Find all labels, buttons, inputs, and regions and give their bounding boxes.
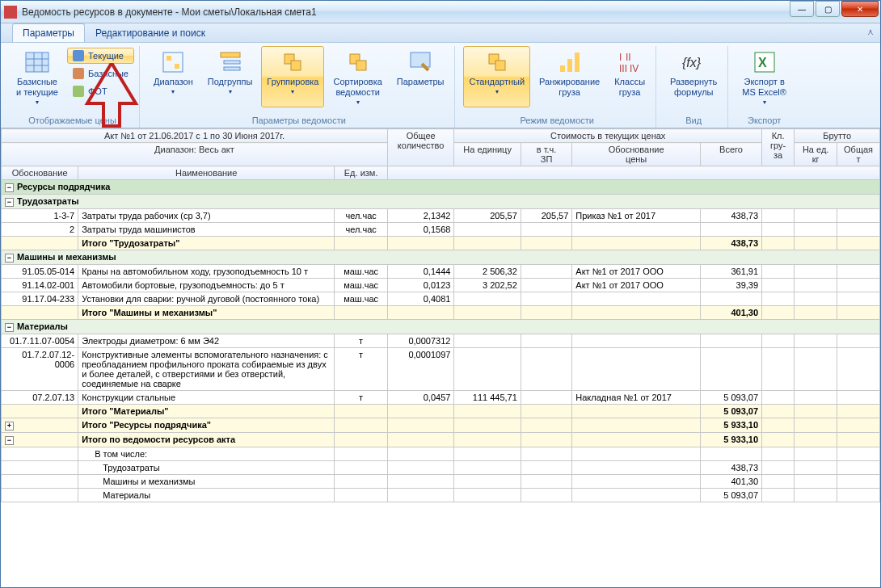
app-window: Ведомость ресурсов в документе - Мои сме… bbox=[0, 0, 881, 588]
collapse-icon[interactable]: − bbox=[5, 183, 14, 192]
act-info: Акт №1 от 21.06.2017 с 1 по 30 Июня 2017… bbox=[2, 129, 388, 143]
table-header: Акт №1 от 21.06.2017 с 1 по 30 Июня 2017… bbox=[2, 129, 880, 180]
opt-base[interactable]: Базисные bbox=[67, 65, 134, 82]
table-row[interactable]: 91.14.02-001Автомобили бортовые, грузопо… bbox=[2, 279, 880, 292]
export-excel-button[interactable]: XЭкспорт вMS Excel®▾ bbox=[736, 46, 792, 107]
square-icon bbox=[73, 86, 84, 97]
wrench-icon bbox=[407, 49, 433, 75]
params-button[interactable]: Параметры bbox=[391, 46, 450, 107]
section-machines[interactable]: −Машины и механизмы bbox=[2, 250, 880, 265]
svg-text:{fx}: {fx} bbox=[682, 56, 702, 69]
classes-button[interactable]: IIIIIIIVКлассыгруза bbox=[609, 46, 651, 107]
table-row[interactable]: 01.7.11.07-0054Электроды диаметром: 6 мм… bbox=[2, 334, 880, 348]
col-basis[interactable]: Обоснованиецены bbox=[572, 143, 701, 166]
collapse-icon[interactable]: − bbox=[5, 198, 14, 207]
expand-icon[interactable]: + bbox=[5, 422, 14, 430]
col-unit[interactable]: Ед. изм. bbox=[335, 166, 388, 180]
collapse-icon[interactable]: − bbox=[5, 254, 14, 262]
table-row[interactable]: 2Затраты труда машинистовчел.час0,1568 bbox=[2, 223, 880, 237]
table-row[interactable]: 01.7.2.07.12-0006Конструктивные элементы… bbox=[2, 348, 880, 391]
grouping-button[interactable]: Группировка▾ bbox=[261, 46, 324, 107]
subgroups-button[interactable]: Подгруппы▾ bbox=[202, 46, 259, 107]
col-unit-price[interactable]: На единицу bbox=[454, 143, 521, 166]
svg-rect-0 bbox=[26, 52, 48, 72]
collapse-icon[interactable]: − bbox=[5, 323, 14, 332]
svg-text:IV: IV bbox=[630, 63, 639, 74]
subtotal-act: −Итого по ведомости ресурсов акта5 933,1… bbox=[2, 433, 880, 447]
group-display-prices: Базисныеи текущие ▾ Текущие Базисные ФОТ… bbox=[6, 46, 140, 128]
tab-params[interactable]: Параметры bbox=[12, 23, 85, 42]
svg-text:I: I bbox=[619, 52, 622, 63]
col-zp[interactable]: в т.ч.ЗП bbox=[521, 143, 571, 166]
chevron-down-icon: ▾ bbox=[495, 88, 499, 95]
chevron-down-icon: ▾ bbox=[291, 88, 294, 95]
including-row: Трудозатраты438,73 bbox=[2, 461, 880, 475]
including-row: Машины и механизмы401,30 bbox=[2, 475, 880, 489]
col-prices-group: Стоимость в текущих ценах bbox=[454, 129, 762, 143]
svg-rect-19 bbox=[567, 59, 572, 72]
group-export: XЭкспорт вMS Excel®▾ Экспорт bbox=[731, 46, 797, 128]
col-name[interactable]: Наименование bbox=[78, 166, 335, 180]
col-qty[interactable]: Общееколичество bbox=[387, 129, 453, 166]
subtotal-contractor: +Итого "Ресурсы подрядчика"5 933,10 bbox=[2, 418, 880, 433]
table-row[interactable]: 07.2.07.13Конструкции стальныет0,0457111… bbox=[2, 391, 880, 405]
svg-text:II: II bbox=[626, 52, 631, 63]
range-icon bbox=[160, 49, 186, 75]
close-button[interactable]: ✕ bbox=[841, 1, 879, 17]
col-code[interactable]: Обоснование bbox=[2, 166, 78, 180]
ribbon-tabs: Параметры Редактирование и поиск ⋏ bbox=[1, 23, 880, 43]
svg-text:X: X bbox=[758, 56, 767, 69]
expand-formulas-button[interactable]: {fx}Развернутьформулы bbox=[664, 46, 723, 107]
svg-rect-7 bbox=[175, 64, 179, 69]
svg-rect-12 bbox=[291, 61, 301, 70]
opt-fot[interactable]: ФОТ bbox=[67, 83, 134, 99]
svg-rect-6 bbox=[167, 56, 171, 61]
col-btot[interactable]: Общаят bbox=[837, 143, 880, 166]
table-row[interactable]: 91.05.05-014Краны на автомобильном ходу,… bbox=[2, 265, 880, 279]
opt-current[interactable]: Текущие bbox=[67, 48, 134, 64]
col-kl[interactable]: Кл.гру-за bbox=[762, 129, 795, 166]
chevron-down-icon: ▾ bbox=[36, 99, 39, 106]
range-button[interactable]: Диапазон▾ bbox=[148, 46, 199, 107]
section-contractor[interactable]: −Ресурсы подрядчика bbox=[2, 180, 880, 195]
classes-icon: IIIIIIIV bbox=[617, 49, 643, 75]
svg-rect-18 bbox=[560, 65, 565, 72]
standard-icon bbox=[484, 49, 510, 75]
window-title: Ведомость ресурсов в документе - Мои сме… bbox=[22, 6, 317, 18]
subgroups-icon bbox=[217, 49, 243, 75]
ranking-button[interactable]: Ранжированиегруза bbox=[533, 46, 605, 107]
svg-rect-5 bbox=[163, 52, 183, 72]
sorting-icon bbox=[345, 49, 371, 75]
maximize-button[interactable]: ▢ bbox=[816, 1, 840, 17]
col-brutto: Брутто bbox=[795, 129, 880, 143]
group-sheet-params: Диапазон▾ Подгруппы▾ Группировка▾ Сортир… bbox=[143, 46, 455, 128]
including-row: Материалы5 093,07 bbox=[2, 489, 880, 502]
including-row: В том числе: bbox=[2, 447, 880, 461]
sorting-button[interactable]: Сортировкаведомости▾ bbox=[327, 46, 387, 107]
window-controls: — ▢ ✕ bbox=[790, 1, 880, 17]
chevron-down-icon: ▾ bbox=[356, 99, 360, 106]
square-icon bbox=[73, 50, 84, 61]
group-sheet-mode: Стандартный▾ Ранжированиегруза IIIIIIIVК… bbox=[458, 46, 656, 128]
standard-button[interactable]: Стандартный▾ bbox=[463, 46, 530, 107]
svg-rect-17 bbox=[495, 61, 505, 70]
section-materials[interactable]: −Материалы bbox=[2, 320, 880, 334]
tab-edit[interactable]: Редактирование и поиск bbox=[85, 23, 216, 42]
grid-area[interactable]: Акт №1 от 21.06.2017 с 1 по 30 Июня 2017… bbox=[1, 128, 880, 587]
table-row[interactable]: 1-3-7Затраты труда рабочих (ср 3,7)чел.ч… bbox=[2, 209, 880, 223]
grid-icon bbox=[24, 49, 50, 75]
collapse-ribbon-icon[interactable]: ⋏ bbox=[867, 27, 874, 37]
collapse-icon[interactable]: − bbox=[5, 436, 14, 445]
minimize-button[interactable]: — bbox=[790, 1, 814, 17]
col-total[interactable]: Всего bbox=[700, 143, 761, 166]
svg-text:III: III bbox=[619, 63, 627, 74]
base-current-button[interactable]: Базисныеи текущие ▾ bbox=[11, 46, 64, 107]
grouping-icon bbox=[280, 49, 306, 75]
svg-rect-9 bbox=[224, 61, 240, 64]
section-labor[interactable]: −Трудозатраты bbox=[2, 195, 880, 209]
chevron-down-icon: ▾ bbox=[171, 88, 175, 95]
square-icon bbox=[73, 68, 84, 79]
table-row[interactable]: 91.17.04-233Установки для сварки: ручной… bbox=[2, 292, 880, 306]
svg-rect-14 bbox=[356, 61, 366, 70]
col-bed[interactable]: На ед.кг bbox=[795, 143, 837, 166]
